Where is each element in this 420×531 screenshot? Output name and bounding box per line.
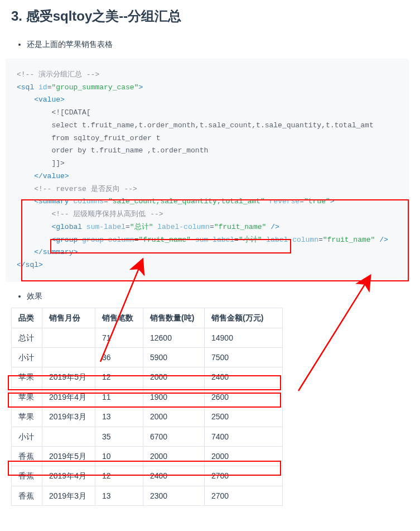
table-cell: 2700: [205, 466, 283, 486]
table-row: 总计711260014900: [12, 328, 283, 347]
code-plain: select t.fruit_name,t.order_month,t.sale…: [51, 121, 373, 130]
code-plain: <![CDATA[: [51, 108, 90, 117]
table-cell: 香蕉: [12, 466, 42, 486]
table-cell: 总计: [12, 328, 42, 347]
code-attr: sum-label: [82, 223, 125, 231]
code-tag: <sql: [17, 83, 34, 92]
table-cell: 2019年5月: [42, 367, 95, 387]
code-eq: =: [104, 197, 108, 205]
table-cell: 6700: [143, 427, 205, 446]
code-tag: <global: [51, 223, 82, 231]
table-cell: 36: [95, 347, 143, 367]
code-str: "true": [304, 197, 330, 205]
table-cell: 14900: [205, 328, 283, 347]
table-row: 香蕉2019年5月1020002000: [12, 446, 283, 466]
table-cell: 2400: [143, 466, 205, 486]
table-cell: 2000: [205, 446, 283, 466]
table-cell: 香蕉: [12, 486, 42, 505]
table-cell: 35: [95, 427, 143, 446]
code-attr: id: [34, 83, 47, 92]
code-tag: <summary: [34, 197, 69, 205]
table-header-cell: 销售笔数: [95, 308, 143, 328]
code-attr: label-column: [262, 236, 318, 244]
code-attr: sum-label: [191, 236, 234, 244]
result-table: 品类销售月份销售笔数销售数量(吨)销售金额(万元) 总计711260014900…: [11, 308, 283, 506]
table-cell: 12: [95, 367, 143, 387]
table-header-row: 品类销售月份销售笔数销售数量(吨)销售金额(万元): [12, 308, 283, 328]
table-header-cell: 销售月份: [42, 308, 95, 328]
table-cell: 苹果: [12, 367, 42, 387]
table-cell: 7400: [205, 427, 283, 446]
table-cell: 2019年4月: [42, 387, 95, 406]
code-plain: order by t.fruit_name ,t.order_month: [51, 146, 208, 155]
table-cell: 2400: [205, 367, 283, 387]
code-comment: <!-- 演示分组汇总 -->: [17, 70, 99, 79]
code-attr: reverse: [265, 197, 300, 205]
table-cell: [42, 347, 95, 367]
section-heading: 3. 感受sqltoy之美--分组汇总: [11, 6, 409, 27]
code-eq: =: [318, 236, 323, 244]
code-attr: label-column: [153, 223, 209, 231]
table-cell: 2300: [143, 486, 205, 505]
code-eq: =: [125, 223, 130, 231]
table-cell: [42, 328, 95, 347]
table-cell: 苹果: [12, 407, 42, 427]
table-cell: 12600: [143, 328, 205, 347]
code-comment: <!-- 层级顺序保持从高到低 -->: [51, 210, 163, 218]
code-comment: <!-- reverse 是否反向 -->: [34, 185, 137, 193]
table-cell: 2600: [205, 387, 283, 406]
code-str: "总计": [130, 223, 153, 231]
table-cell: 苹果: [12, 387, 42, 406]
table-cell: 13: [95, 407, 143, 427]
table-cell: 1900: [143, 387, 205, 406]
code-eq: =: [210, 223, 214, 231]
table-header-cell: 销售金额(万元): [205, 308, 283, 328]
table-cell: 小计: [12, 427, 42, 446]
code-plain: ]]>: [51, 159, 64, 168]
table-cell: 10: [95, 446, 143, 466]
table-cell: 2019年5月: [42, 446, 95, 466]
code-str: "小计": [239, 236, 262, 244]
code-tag: </value>: [34, 172, 69, 180]
table-cell: 2000: [143, 367, 205, 387]
table-row: 苹果2019年5月1220002400: [12, 367, 283, 387]
code-tag-close: >: [138, 83, 143, 92]
code-str: "sale_count,sale_quantity,total_amt": [108, 197, 265, 205]
table-row: 小计3659007500: [12, 347, 283, 367]
table-cell: [42, 427, 95, 446]
code-tag: <value>: [34, 95, 65, 104]
table-cell: 2500: [205, 407, 283, 427]
bullet-item-result: 效果: [27, 290, 409, 302]
table-cell: 2700: [205, 486, 283, 505]
table-row: 香蕉2019年4月1224002700: [12, 466, 283, 486]
table-cell: 5900: [143, 347, 205, 367]
code-tag: <group: [51, 236, 78, 244]
bullet-list-2: 效果: [11, 290, 409, 302]
table-cell: 12: [95, 466, 143, 486]
table-cell: 2019年4月: [42, 466, 95, 486]
code-str: "group_summary_case": [51, 83, 138, 92]
table-cell: 2000: [143, 407, 205, 427]
table-row: 苹果2019年4月1119002600: [12, 387, 283, 406]
table-cell: 2019年3月: [42, 486, 95, 505]
table-header-cell: 品类: [12, 308, 42, 328]
code-block: <!-- 演示分组汇总 --> <sql id="group_summary_c…: [6, 59, 409, 282]
table-cell: 7500: [205, 347, 283, 367]
code-tag-close: >: [330, 197, 335, 205]
bullet-item-intro: 还是上面的苹果销售表格: [27, 38, 409, 50]
table-cell: 小计: [12, 347, 42, 367]
code-tag-close: />: [266, 223, 279, 231]
table-cell: 11: [95, 387, 143, 406]
code-attr: columns: [69, 197, 104, 205]
table-cell: 2000: [143, 446, 205, 466]
table-header-cell: 销售数量(吨): [143, 308, 205, 328]
code-tag: </sql>: [17, 261, 43, 269]
table-row: 苹果2019年3月1320002500: [12, 407, 283, 427]
table-cell: 71: [95, 328, 143, 347]
code-eq: =: [234, 236, 239, 244]
code-tag-close: />: [375, 236, 388, 244]
table-row: 香蕉2019年3月1323002700: [12, 486, 283, 505]
bullet-list: 还是上面的苹果销售表格: [11, 38, 409, 50]
code-tag: </summary>: [34, 248, 78, 256]
code-str: "fruit_name": [214, 223, 267, 231]
